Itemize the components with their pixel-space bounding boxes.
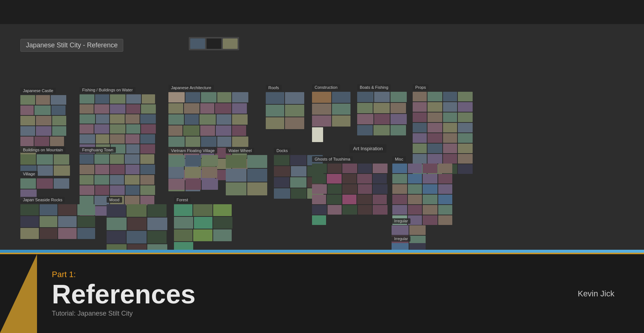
label-buildings-mountain: Buildings on Mountain	[20, 147, 66, 153]
board-title: Japanese Stilt City - Reference	[20, 39, 123, 52]
label-roofs: Roofs	[266, 85, 282, 91]
label-irregular-2: Irregular	[392, 236, 410, 242]
category-boats-fishing: Boats & Fishing	[357, 84, 409, 135]
label-mood: Mood	[107, 197, 122, 203]
label-misc: Misc	[392, 156, 406, 162]
top-bar	[0, 0, 644, 24]
canvas-area[interactable]: Japanese Stilt City - Reference Japanese…	[0, 24, 644, 250]
label-fishing-buildings: Fishing / Buildings on Water	[80, 87, 135, 93]
blue-bar	[0, 250, 644, 253]
label-ghosts-tsushima: Ghosts of Tsushima	[312, 156, 353, 162]
category-mood: Mood	[107, 196, 170, 250]
category-water-wheel: Water Wheel	[226, 147, 270, 195]
main-title: References	[52, 281, 195, 307]
label-boats-fishing: Boats & Fishing	[357, 84, 391, 90]
label-japanese-architecture: Japanese Architecture	[168, 85, 214, 91]
category-japan-seaside: Japan Seaside Rocks	[20, 196, 102, 239]
label-japanese-castle: Japanese Castle	[20, 88, 56, 94]
thumb-1	[190, 38, 205, 49]
thumb-2	[207, 38, 221, 49]
category-roofs: Roofs	[266, 84, 306, 129]
label-construction: Construction	[312, 84, 340, 90]
thumbnail-strip	[189, 37, 239, 50]
label-art-inspiration: Art Inspiration	[349, 144, 386, 153]
triangle-decoration	[0, 254, 37, 333]
label-village: Village	[20, 171, 38, 177]
label-props: Props	[413, 84, 429, 90]
category-village: Village	[20, 170, 72, 200]
label-irregular-1: Irregular	[392, 218, 410, 224]
label-docks: Docks	[274, 148, 291, 154]
category-fishing-buildings: Fishing / Buildings on Water	[80, 86, 159, 154]
category-construction: Construction	[312, 84, 355, 142]
category-forest: Forest	[174, 196, 233, 250]
category-art-inspiration: Art Inspiration	[349, 144, 386, 154]
label-water-wheel: Water Wheel	[226, 148, 254, 154]
subtitle: Tutorial: Japanese Stilt City	[52, 310, 195, 317]
part-label: Part 1:	[52, 270, 195, 279]
label-vietnam-floating: Vietnam Floating Village	[168, 148, 217, 154]
category-irregular-2: Irregular	[392, 235, 429, 250]
category-vietnam-floating: Vietnam Floating Village	[168, 147, 220, 190]
label-japan-seaside: Japan Seaside Rocks	[20, 197, 65, 203]
info-panel: Part 1: References Tutorial: Japanese St…	[0, 254, 644, 333]
label-forest: Forest	[174, 197, 191, 203]
info-content: Part 1: References Tutorial: Japanese St…	[52, 270, 195, 317]
category-ghosts-tsushima: Ghosts of Tsushima	[312, 155, 390, 225]
label-fenghuang-town: Fenghuang Town	[80, 147, 116, 153]
author-name: Kevin Jick	[578, 289, 614, 299]
category-misc: Misc	[392, 155, 466, 225]
thumb-3	[223, 38, 238, 49]
